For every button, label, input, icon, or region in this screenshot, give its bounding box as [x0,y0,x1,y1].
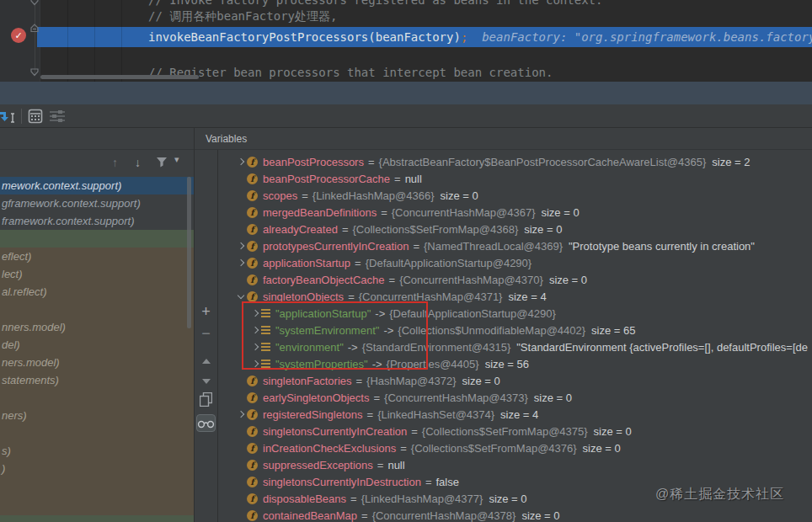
frames-scrollbar[interactable] [187,177,191,328]
frames-panel[interactable]: ↑ ↓ ▾ mework.context.support) gframework… [0,150,194,522]
stack-frame[interactable]: gframework.context.support) [0,194,194,212]
variable-row[interactable]: fscopes={LinkedHashMap@4366}size = 0 [218,187,812,204]
variable-row[interactable]: fbeanPostProcessors={AbstractBeanFactory… [218,153,812,170]
tab-variables[interactable]: Variables [206,133,247,145]
stack-frame[interactable]: framework.context.support) [0,212,194,230]
panel-divider[interactable] [194,128,195,522]
stack-frame[interactable] [0,230,194,248]
indent-guide [94,0,95,82]
move-down-icon[interactable] [195,372,217,387]
debugger-toolbar [0,104,812,128]
map-entry-row[interactable]: "environment"->{StandardEnvironment@4315… [218,338,812,355]
stack-frame[interactable]: del) [0,336,194,354]
remove-watch-icon[interactable]: − [195,325,217,343]
watermark-text: @稀土掘金技术社区 [655,486,784,503]
gutter-fold-line [35,5,35,74]
stack-frame[interactable]: ners.model) [0,354,194,371]
field-icon: f [247,510,258,521]
fold-arrow-icon[interactable] [30,0,40,6]
variable-row[interactable]: fsingletonObjects={ConcurrentHashMap@437… [218,288,812,305]
stack-frame[interactable]: ) [0,460,194,477]
variable-row[interactable]: ffactoryBeanObjectCache={ConcurrentHashM… [218,271,812,288]
ide-debugger-window: ✓ // Invoke factory processors registere… [0,0,812,522]
expand-chevron-icon[interactable] [235,260,247,265]
field-icon: f [247,207,258,218]
stack-frame[interactable] [0,301,194,318]
field-icon: f [247,291,258,302]
collapse-chevron-icon[interactable] [235,296,247,298]
variable-row[interactable]: fbeanPostProcessorCache=null [218,170,812,187]
stack-frame[interactable]: eflect) [0,248,194,265]
stack-frame[interactable] [0,389,194,407]
map-entry-icon [261,309,270,317]
map-entry-row[interactable]: "systemEnvironment"->{Collections$Unmodi… [218,322,812,338]
fold-arrow-icon[interactable] [30,68,40,77]
frame-down-icon[interactable]: ↓ [135,156,141,169]
stack-frame[interactable]: lect) [0,265,194,283]
fold-collapse-icon[interactable] [30,24,40,33]
move-up-icon[interactable] [195,352,217,367]
variables-panel[interactable]: fbeanPostProcessors={AbstractBeanFactory… [218,150,812,522]
stack-frame-selected[interactable]: mework.context.support) [0,177,194,194]
expand-chevron-icon[interactable] [249,311,261,316]
duplicate-icon[interactable] [200,392,212,407]
field-icon: f [247,173,258,184]
variable-row[interactable]: fsingletonsCurrentlyInCreation={Collecti… [218,423,812,439]
layout-settings-icon[interactable] [50,110,67,122]
variable-row[interactable]: falreadyCreated={Collections$SetFromMap@… [218,221,812,237]
stack-frame[interactable]: nners.model) [0,318,194,336]
variable-row[interactable]: fprototypesCurrentlyInCreation={NamedThr… [218,237,812,254]
variable-row[interactable]: fearlySingletonObjects={ConcurrentHashMa… [218,389,812,406]
glasses-icon [197,418,215,429]
variable-row[interactable]: fregisteredSingletons={LinkedHashSet@437… [218,406,812,423]
panel-divider[interactable] [217,150,218,522]
field-icon: f [247,426,258,437]
field-icon: f [247,443,258,454]
show-watches-toggle[interactable] [196,414,216,432]
stack-frame[interactable]: ners) [0,407,194,424]
expand-chevron-icon[interactable] [235,159,247,164]
variable-row[interactable]: finCreationCheckExclusions={Collections$… [218,439,812,456]
inline-debugger-hint: beanFactory: "org.springframework.beans.… [467,30,812,44]
code-comment-chinese: // 调用各种beanFactory处理器, [148,8,337,24]
map-entry-row[interactable]: "systemProperties"->{Properties@4405}siz… [218,355,812,372]
frames-bottom-row [0,515,194,522]
stack-frame[interactable]: statements) [0,371,194,389]
map-entry-icon [261,326,270,334]
stack-frame[interactable]: al.reflect) [0,283,194,301]
variable-row[interactable]: fsuppressedExceptions=null [218,456,812,473]
code-editor[interactable]: ✓ // Invoke factory processors registere… [0,0,812,82]
field-icon: f [247,224,258,235]
variable-row[interactable]: fsingletonFactories={HashMap@4372}size =… [218,372,812,389]
horizontal-scrollbar[interactable] [40,75,199,79]
show-execution-point-icon[interactable] [0,109,19,124]
filter-dropdown-caret-icon[interactable]: ▾ [174,154,179,165]
breakpoint-icon[interactable]: ✓ [11,28,26,43]
expand-chevron-icon[interactable] [249,344,261,349]
map-entry-icon [261,343,270,351]
expand-chevron-icon[interactable] [249,328,261,333]
field-icon: f [247,392,258,403]
field-icon: f [247,477,258,487]
expand-chevron-icon[interactable] [235,243,247,248]
field-icon: f [247,460,258,471]
field-icon: f [247,241,258,252]
method-call-code: invokeBeanFactoryPostProcessors(beanFact… [148,30,461,44]
filter-frames-icon[interactable] [156,157,168,168]
frame-up-icon[interactable]: ↑ [112,156,118,169]
expand-chevron-icon[interactable] [249,361,261,366]
evaluate-expression-icon[interactable] [28,109,43,124]
expand-chevron-icon[interactable] [235,412,247,417]
field-icon: f [247,376,258,386]
stack-frame[interactable] [0,424,194,442]
add-watch-icon[interactable]: + [195,303,217,321]
variable-row[interactable]: fcontainedBeanMap={ConcurrentHashMap@437… [218,507,812,522]
indent-guide [67,0,68,82]
field-icon: f [247,190,258,201]
variable-row[interactable]: fapplicationStartup={DefaultApplicationS… [218,254,812,271]
map-entry-row[interactable]: "applicationStartup"->{DefaultApplicatio… [218,305,812,322]
variable-row[interactable]: fmergedBeanDefinitions={ConcurrentHashMa… [218,204,812,221]
field-icon: f [247,157,258,168]
stack-frame[interactable]: s) [0,442,194,460]
field-icon: f [247,409,258,420]
